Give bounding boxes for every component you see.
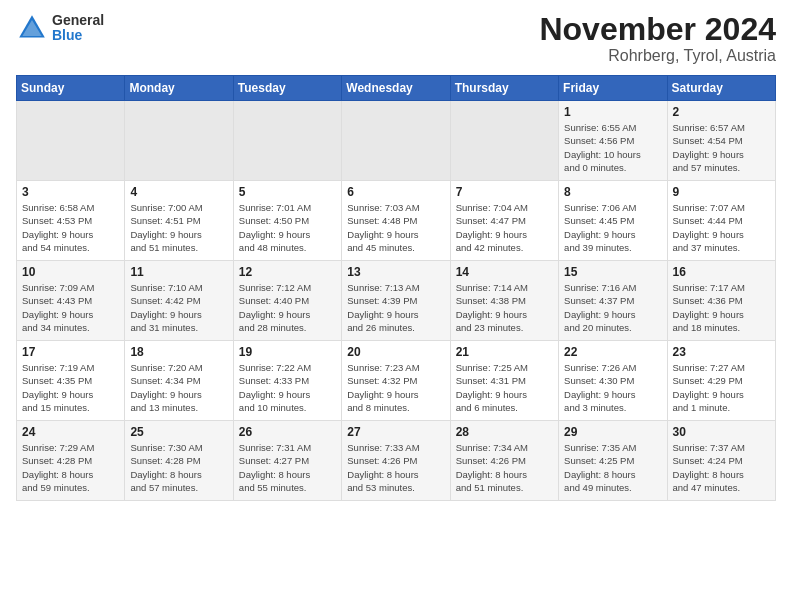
day-number: 5 <box>239 185 336 199</box>
header-tuesday: Tuesday <box>233 76 341 101</box>
day-number: 22 <box>564 345 661 359</box>
day-number: 2 <box>673 105 770 119</box>
calendar-day-cell: 18Sunrise: 7:20 AM Sunset: 4:34 PM Dayli… <box>125 341 233 421</box>
day-number: 4 <box>130 185 227 199</box>
calendar-header: SundayMondayTuesdayWednesdayThursdayFrid… <box>17 76 776 101</box>
day-info: Sunrise: 7:31 AM Sunset: 4:27 PM Dayligh… <box>239 442 311 493</box>
header-thursday: Thursday <box>450 76 558 101</box>
calendar-day-cell: 21Sunrise: 7:25 AM Sunset: 4:31 PM Dayli… <box>450 341 558 421</box>
logo: General Blue <box>16 12 104 44</box>
day-info: Sunrise: 7:17 AM Sunset: 4:36 PM Dayligh… <box>673 282 745 333</box>
day-number: 11 <box>130 265 227 279</box>
day-info: Sunrise: 7:26 AM Sunset: 4:30 PM Dayligh… <box>564 362 636 413</box>
header-row: SundayMondayTuesdayWednesdayThursdayFrid… <box>17 76 776 101</box>
calendar-day-cell: 8Sunrise: 7:06 AM Sunset: 4:45 PM Daylig… <box>559 181 667 261</box>
calendar-day-cell: 20Sunrise: 7:23 AM Sunset: 4:32 PM Dayli… <box>342 341 450 421</box>
day-info: Sunrise: 7:27 AM Sunset: 4:29 PM Dayligh… <box>673 362 745 413</box>
page-container: General Blue November 2024 Rohrberg, Tyr… <box>0 0 792 509</box>
calendar-day-cell: 15Sunrise: 7:16 AM Sunset: 4:37 PM Dayli… <box>559 261 667 341</box>
calendar-day-cell: 28Sunrise: 7:34 AM Sunset: 4:26 PM Dayli… <box>450 421 558 501</box>
calendar-week-row: 24Sunrise: 7:29 AM Sunset: 4:28 PM Dayli… <box>17 421 776 501</box>
calendar-day-cell: 29Sunrise: 7:35 AM Sunset: 4:25 PM Dayli… <box>559 421 667 501</box>
day-info: Sunrise: 7:37 AM Sunset: 4:24 PM Dayligh… <box>673 442 745 493</box>
calendar-day-cell: 16Sunrise: 7:17 AM Sunset: 4:36 PM Dayli… <box>667 261 775 341</box>
day-number: 28 <box>456 425 553 439</box>
calendar-day-cell: 22Sunrise: 7:26 AM Sunset: 4:30 PM Dayli… <box>559 341 667 421</box>
day-number: 30 <box>673 425 770 439</box>
day-number: 27 <box>347 425 444 439</box>
calendar-week-row: 17Sunrise: 7:19 AM Sunset: 4:35 PM Dayli… <box>17 341 776 421</box>
day-info: Sunrise: 7:09 AM Sunset: 4:43 PM Dayligh… <box>22 282 94 333</box>
day-number: 8 <box>564 185 661 199</box>
day-info: Sunrise: 7:20 AM Sunset: 4:34 PM Dayligh… <box>130 362 202 413</box>
day-number: 26 <box>239 425 336 439</box>
day-number: 19 <box>239 345 336 359</box>
day-info: Sunrise: 7:16 AM Sunset: 4:37 PM Dayligh… <box>564 282 636 333</box>
day-info: Sunrise: 7:19 AM Sunset: 4:35 PM Dayligh… <box>22 362 94 413</box>
day-number: 24 <box>22 425 119 439</box>
day-info: Sunrise: 7:00 AM Sunset: 4:51 PM Dayligh… <box>130 202 202 253</box>
header: General Blue November 2024 Rohrberg, Tyr… <box>16 12 776 65</box>
day-number: 16 <box>673 265 770 279</box>
day-info: Sunrise: 7:07 AM Sunset: 4:44 PM Dayligh… <box>673 202 745 253</box>
day-number: 3 <box>22 185 119 199</box>
calendar-week-row: 3Sunrise: 6:58 AM Sunset: 4:53 PM Daylig… <box>17 181 776 261</box>
day-number: 13 <box>347 265 444 279</box>
day-info: Sunrise: 7:01 AM Sunset: 4:50 PM Dayligh… <box>239 202 311 253</box>
day-info: Sunrise: 7:35 AM Sunset: 4:25 PM Dayligh… <box>564 442 636 493</box>
day-info: Sunrise: 6:58 AM Sunset: 4:53 PM Dayligh… <box>22 202 94 253</box>
day-number: 23 <box>673 345 770 359</box>
calendar-day-cell: 4Sunrise: 7:00 AM Sunset: 4:51 PM Daylig… <box>125 181 233 261</box>
title-area: November 2024 Rohrberg, Tyrol, Austria <box>539 12 776 65</box>
calendar-day-cell <box>125 101 233 181</box>
day-info: Sunrise: 7:14 AM Sunset: 4:38 PM Dayligh… <box>456 282 528 333</box>
day-number: 15 <box>564 265 661 279</box>
day-info: Sunrise: 7:33 AM Sunset: 4:26 PM Dayligh… <box>347 442 419 493</box>
calendar-table: SundayMondayTuesdayWednesdayThursdayFrid… <box>16 75 776 501</box>
calendar-day-cell: 2Sunrise: 6:57 AM Sunset: 4:54 PM Daylig… <box>667 101 775 181</box>
day-info: Sunrise: 7:30 AM Sunset: 4:28 PM Dayligh… <box>130 442 202 493</box>
day-number: 7 <box>456 185 553 199</box>
calendar-day-cell <box>342 101 450 181</box>
calendar-day-cell: 1Sunrise: 6:55 AM Sunset: 4:56 PM Daylig… <box>559 101 667 181</box>
day-info: Sunrise: 7:12 AM Sunset: 4:40 PM Dayligh… <box>239 282 311 333</box>
logo-blue: Blue <box>52 28 104 43</box>
calendar-day-cell: 26Sunrise: 7:31 AM Sunset: 4:27 PM Dayli… <box>233 421 341 501</box>
calendar-day-cell: 12Sunrise: 7:12 AM Sunset: 4:40 PM Dayli… <box>233 261 341 341</box>
header-sunday: Sunday <box>17 76 125 101</box>
day-info: Sunrise: 7:25 AM Sunset: 4:31 PM Dayligh… <box>456 362 528 413</box>
day-number: 21 <box>456 345 553 359</box>
day-number: 12 <box>239 265 336 279</box>
day-number: 17 <box>22 345 119 359</box>
calendar-day-cell <box>17 101 125 181</box>
header-monday: Monday <box>125 76 233 101</box>
calendar-day-cell: 17Sunrise: 7:19 AM Sunset: 4:35 PM Dayli… <box>17 341 125 421</box>
day-info: Sunrise: 7:10 AM Sunset: 4:42 PM Dayligh… <box>130 282 202 333</box>
logo-general: General <box>52 13 104 28</box>
day-number: 6 <box>347 185 444 199</box>
calendar-day-cell: 19Sunrise: 7:22 AM Sunset: 4:33 PM Dayli… <box>233 341 341 421</box>
day-info: Sunrise: 7:34 AM Sunset: 4:26 PM Dayligh… <box>456 442 528 493</box>
logo-icon <box>16 12 48 44</box>
day-info: Sunrise: 7:22 AM Sunset: 4:33 PM Dayligh… <box>239 362 311 413</box>
calendar-day-cell: 6Sunrise: 7:03 AM Sunset: 4:48 PM Daylig… <box>342 181 450 261</box>
day-number: 29 <box>564 425 661 439</box>
calendar-day-cell <box>450 101 558 181</box>
day-number: 14 <box>456 265 553 279</box>
day-info: Sunrise: 7:04 AM Sunset: 4:47 PM Dayligh… <box>456 202 528 253</box>
calendar-day-cell: 14Sunrise: 7:14 AM Sunset: 4:38 PM Dayli… <box>450 261 558 341</box>
day-info: Sunrise: 7:23 AM Sunset: 4:32 PM Dayligh… <box>347 362 419 413</box>
calendar-body: 1Sunrise: 6:55 AM Sunset: 4:56 PM Daylig… <box>17 101 776 501</box>
calendar-day-cell: 24Sunrise: 7:29 AM Sunset: 4:28 PM Dayli… <box>17 421 125 501</box>
day-number: 10 <box>22 265 119 279</box>
calendar-day-cell: 3Sunrise: 6:58 AM Sunset: 4:53 PM Daylig… <box>17 181 125 261</box>
calendar-week-row: 10Sunrise: 7:09 AM Sunset: 4:43 PM Dayli… <box>17 261 776 341</box>
day-info: Sunrise: 7:13 AM Sunset: 4:39 PM Dayligh… <box>347 282 419 333</box>
logo-text: General Blue <box>52 13 104 44</box>
calendar-day-cell: 7Sunrise: 7:04 AM Sunset: 4:47 PM Daylig… <box>450 181 558 261</box>
day-number: 25 <box>130 425 227 439</box>
day-info: Sunrise: 7:29 AM Sunset: 4:28 PM Dayligh… <box>22 442 94 493</box>
location: Rohrberg, Tyrol, Austria <box>539 47 776 65</box>
calendar-day-cell: 13Sunrise: 7:13 AM Sunset: 4:39 PM Dayli… <box>342 261 450 341</box>
day-number: 1 <box>564 105 661 119</box>
